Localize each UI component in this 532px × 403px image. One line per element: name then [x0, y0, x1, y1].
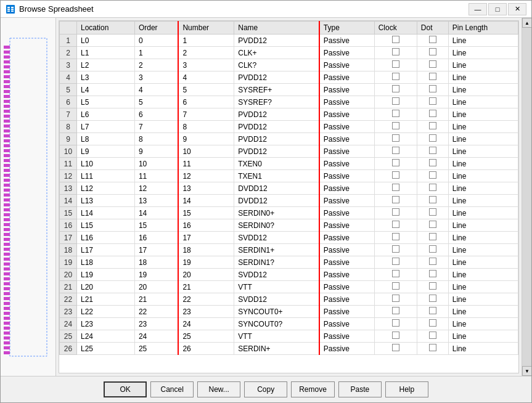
table-row[interactable]: 17L161617SVDD12PassiveLine: [60, 232, 518, 244]
col-header-location[interactable]: Location: [77, 22, 135, 35]
checkbox[interactable]: [392, 233, 399, 240]
col-header-type[interactable]: Type: [319, 22, 374, 35]
table-row[interactable]: 12L111112TXEN1PassiveLine: [60, 170, 518, 182]
checkbox[interactable]: [429, 282, 436, 290]
checkbox[interactable]: [392, 344, 399, 351]
checkbox[interactable]: [392, 258, 399, 265]
checkbox[interactable]: [392, 85, 399, 92]
table-row[interactable]: 16L151516SERDIN0?PassiveLine: [60, 219, 518, 232]
table-row[interactable]: 20L191920SVDD12PassiveLine: [60, 269, 518, 281]
checkbox[interactable]: [429, 208, 436, 216]
checkbox[interactable]: [429, 307, 436, 314]
checkbox[interactable]: [392, 159, 399, 166]
checkbox[interactable]: [429, 245, 436, 253]
col-header-order[interactable]: Order: [134, 22, 178, 35]
checkbox[interactable]: [429, 159, 436, 166]
scroll-down-btn[interactable]: ▼: [522, 366, 531, 376]
checkbox[interactable]: [429, 60, 436, 68]
minimize-button[interactable]: —: [469, 3, 487, 15]
checkbox[interactable]: [429, 147, 436, 154]
checkbox[interactable]: [392, 270, 399, 277]
maximize-button[interactable]: □: [488, 3, 507, 15]
checkbox[interactable]: [392, 60, 399, 68]
col-header-number[interactable]: Number: [178, 22, 234, 35]
checkbox[interactable]: [429, 270, 436, 277]
col-header-clock[interactable]: Clock: [374, 22, 417, 35]
remove-button[interactable]: Remove: [291, 381, 335, 397]
copy-button[interactable]: Copy: [244, 381, 287, 397]
col-header-pinlength[interactable]: Pin Length: [448, 22, 518, 35]
col-header-name[interactable]: Name: [234, 22, 319, 35]
table-row[interactable]: 18L171718SERDIN1+PassiveLine: [60, 244, 518, 256]
checkbox[interactable]: [429, 48, 436, 55]
table-row[interactable]: 7L667PVDD12PassiveLine: [60, 108, 518, 121]
checkbox[interactable]: [392, 208, 399, 216]
table-row[interactable]: 1L001PVDD12PassiveLine: [60, 35, 518, 47]
table-row[interactable]: 11L101011TXEN0PassiveLine: [60, 158, 518, 170]
checkbox[interactable]: [429, 332, 436, 339]
table-row[interactable]: 26L252526SERDIN+PassiveLine: [60, 343, 518, 355]
table-row[interactable]: 2L112CLK+PassiveLine: [60, 47, 518, 59]
table-row[interactable]: 21L202021VTTPassiveLine: [60, 281, 518, 293]
table-row[interactable]: 4L334PVDD12PassiveLine: [60, 71, 518, 84]
scroll-up-btn[interactable]: ▲: [522, 18, 531, 28]
checkbox[interactable]: [392, 134, 399, 142]
checkbox[interactable]: [392, 221, 399, 228]
scrollbar[interactable]: ▲ ▼: [522, 18, 531, 376]
checkbox[interactable]: [429, 221, 436, 228]
checkbox[interactable]: [429, 344, 436, 351]
checkbox[interactable]: [429, 36, 436, 43]
checkbox[interactable]: [429, 196, 436, 203]
scroll-track[interactable]: [522, 28, 531, 366]
checkbox[interactable]: [429, 73, 436, 80]
table-row[interactable]: 13L121213DVDD12PassiveLine: [60, 182, 518, 195]
checkbox[interactable]: [392, 295, 399, 302]
checkbox[interactable]: [392, 332, 399, 339]
checkbox[interactable]: [392, 97, 399, 105]
checkbox[interactable]: [392, 73, 399, 80]
checkbox[interactable]: [429, 295, 436, 302]
checkbox[interactable]: [429, 233, 436, 240]
checkbox[interactable]: [429, 122, 436, 129]
checkbox[interactable]: [392, 245, 399, 253]
checkbox[interactable]: [392, 110, 399, 117]
checkbox[interactable]: [392, 282, 399, 290]
close-button[interactable]: ✕: [508, 3, 526, 15]
checkbox[interactable]: [429, 171, 436, 179]
table-row[interactable]: 22L212122SVDD12PassiveLine: [60, 293, 518, 306]
checkbox[interactable]: [429, 184, 436, 191]
checkbox[interactable]: [429, 319, 436, 327]
table-row[interactable]: 15L141415SERDIN0+PassiveLine: [60, 207, 518, 219]
checkbox[interactable]: [429, 134, 436, 142]
checkbox[interactable]: [392, 184, 399, 191]
table-row[interactable]: 9L889PVDD12PassiveLine: [60, 133, 518, 145]
checkbox[interactable]: [392, 196, 399, 203]
table-container[interactable]: Location Order Number Name Type Clock Do…: [59, 20, 519, 373]
checkbox[interactable]: [429, 97, 436, 105]
new-button[interactable]: New...: [197, 381, 240, 397]
ok-button[interactable]: OK: [104, 381, 147, 397]
checkbox[interactable]: [392, 171, 399, 179]
table-row[interactable]: 14L131314DVDD12PassiveLine: [60, 195, 518, 207]
checkbox[interactable]: [392, 48, 399, 55]
checkbox[interactable]: [392, 36, 399, 43]
checkbox[interactable]: [429, 85, 436, 92]
table-row[interactable]: 19L181819SERDIN1?PassiveLine: [60, 256, 518, 269]
table-row[interactable]: 5L445SYSREF+PassiveLine: [60, 84, 518, 96]
table-row[interactable]: 3L223CLK?PassiveLine: [60, 59, 518, 71]
checkbox[interactable]: [392, 122, 399, 129]
paste-button[interactable]: Paste: [338, 381, 382, 397]
table-row[interactable]: 10L9910PVDD12PassiveLine: [60, 145, 518, 158]
checkbox[interactable]: [392, 307, 399, 314]
cancel-button[interactable]: Cancel: [150, 381, 194, 397]
table-row[interactable]: 23L222223SYNCOUT0+PassiveLine: [60, 306, 518, 318]
checkbox[interactable]: [429, 258, 436, 265]
col-header-dot[interactable]: Dot: [417, 22, 448, 35]
table-row[interactable]: 25L242425VTTPassiveLine: [60, 330, 518, 343]
checkbox[interactable]: [429, 110, 436, 117]
checkbox[interactable]: [392, 147, 399, 154]
help-button[interactable]: Help: [385, 381, 428, 397]
table-row[interactable]: 8L778PVDD12PassiveLine: [60, 121, 518, 133]
checkbox[interactable]: [392, 319, 399, 327]
table-row[interactable]: 6L556SYSREF?PassiveLine: [60, 96, 518, 108]
